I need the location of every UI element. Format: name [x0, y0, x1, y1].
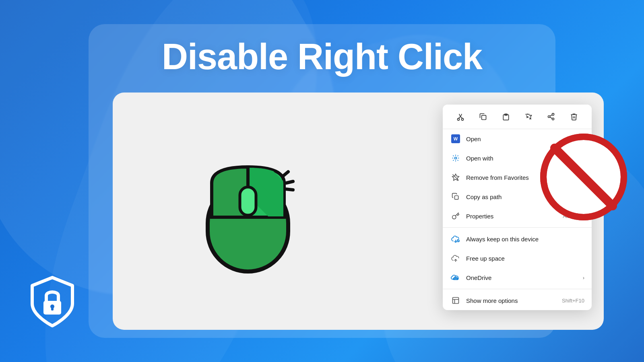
share-button[interactable] — [543, 109, 559, 125]
svg-point-16 — [462, 118, 464, 120]
show-more-icon — [450, 295, 461, 306]
menu-item-remove-favorites[interactable]: Remove from Favorites — [443, 168, 592, 187]
mouse-illustration-area — [113, 93, 383, 330]
open-with-arrow: › — [583, 155, 584, 161]
mouse-svg — [192, 143, 304, 280]
translate-button[interactable] — [520, 109, 537, 125]
inner-card: W Open Enter Open with › Remove fr — [113, 93, 604, 330]
star-icon — [450, 172, 461, 183]
menu-item-open-with[interactable]: Open with › — [443, 148, 592, 168]
svg-line-12 — [283, 172, 288, 176]
svg-rect-2 — [51, 306, 54, 311]
svg-rect-26 — [455, 196, 458, 200]
open-with-icon — [450, 152, 461, 164]
svg-rect-11 — [240, 187, 256, 215]
onedrive-arrow: › — [583, 275, 584, 281]
menu-item-show-more[interactable]: Show more options Shift+F10 — [443, 291, 592, 310]
copy-button[interactable] — [475, 109, 491, 125]
svg-rect-28 — [453, 298, 459, 304]
svg-point-15 — [458, 118, 460, 120]
menu-item-always-keep[interactable]: Always keep on this device — [443, 229, 592, 249]
onedrive-icon — [450, 272, 461, 283]
svg-point-22 — [552, 118, 554, 120]
page-title: Disable Right Click — [0, 36, 644, 78]
open-with-label: Open with — [466, 155, 580, 162]
delete-button[interactable] — [566, 109, 582, 125]
free-space-icon — [450, 253, 461, 264]
always-keep-icon — [450, 233, 461, 245]
show-more-label: Show more options — [466, 297, 562, 304]
copy-path-icon — [450, 191, 461, 202]
menu-item-free-space[interactable]: Free up space — [443, 249, 592, 268]
properties-icon — [450, 210, 461, 222]
svg-point-20 — [552, 113, 554, 115]
free-space-label: Free up space — [466, 255, 584, 262]
paste-button[interactable] — [498, 109, 514, 125]
svg-point-23 — [455, 157, 457, 159]
svg-point-21 — [548, 116, 550, 118]
word-icon: W — [450, 133, 461, 144]
remove-favorites-label: Remove from Favorites — [466, 174, 584, 181]
open-shortcut: Enter — [572, 136, 584, 142]
onedrive-label: OneDrive — [466, 274, 580, 281]
separator-1 — [443, 227, 592, 228]
menu-item-properties[interactable]: Properties Alt+Enter — [443, 206, 592, 226]
separator-2 — [443, 289, 592, 289]
cut-button[interactable] — [452, 109, 469, 125]
open-label: Open — [466, 136, 572, 142]
menu-item-onedrive[interactable]: OneDrive › — [443, 268, 592, 287]
menu-icon-bar — [443, 105, 592, 129]
always-keep-label: Always keep on this device — [466, 236, 584, 243]
properties-label: Properties — [466, 213, 563, 220]
svg-line-14 — [285, 189, 293, 190]
copy-path-label: Copy as path — [466, 193, 584, 200]
svg-rect-17 — [482, 115, 486, 120]
menu-item-copy-path[interactable]: Copy as path — [443, 187, 592, 206]
menu-item-open[interactable]: W Open Enter — [443, 129, 592, 148]
shield-lock-icon — [24, 274, 80, 330]
show-more-shortcut: Shift+F10 — [562, 298, 584, 304]
properties-shortcut: Alt+Enter — [563, 213, 584, 219]
context-menu: W Open Enter Open with › Remove fr — [443, 105, 592, 310]
svg-line-13 — [286, 181, 293, 183]
